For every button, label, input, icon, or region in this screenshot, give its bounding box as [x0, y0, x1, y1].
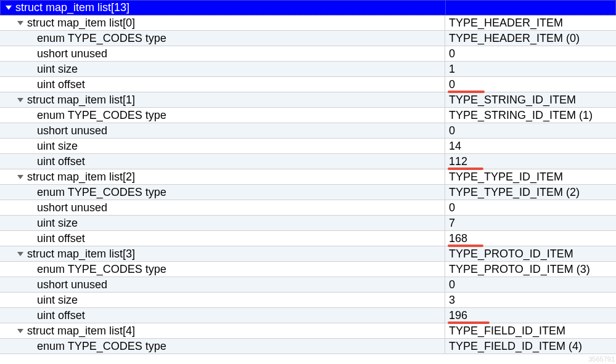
tree-row-label-cell: struct map_item list[4]: [0, 323, 445, 338]
tree-row-value: 1: [449, 63, 455, 76]
tree-row[interactable]: uint size7: [0, 216, 616, 231]
tree-row-value-cell: 0: [445, 46, 616, 61]
tree-row-value: 3: [449, 294, 455, 307]
tree-row[interactable]: uint offset168: [0, 231, 616, 246]
tree-row-label: uint offset: [37, 78, 85, 91]
tree-row-label-cell: ushort unused: [0, 200, 445, 215]
tree-row-value-cell: TYPE_PROTO_ID_ITEM (3): [445, 262, 616, 277]
tree-row[interactable]: enum TYPE_CODES typeTYPE_TYPE_ID_ITEM (2…: [0, 185, 616, 200]
tree-row-value: TYPE_PROTO_ID_ITEM (3): [449, 263, 590, 276]
tree-row-label-cell: struct map_item list[0]: [0, 15, 445, 30]
tree-row[interactable]: enum TYPE_CODES typeTYPE_HEADER_ITEM (0): [0, 31, 616, 46]
tree-row-value: TYPE_FIELD_ID_ITEM: [449, 325, 565, 338]
tree-body: struct map_item list[0]TYPE_HEADER_ITEMe…: [0, 15, 616, 354]
tree-row-label: enum TYPE_CODES type: [37, 340, 166, 353]
tree-row-label-cell: enum TYPE_CODES type: [0, 262, 445, 277]
tree-row-value: 0: [449, 278, 455, 291]
tree-row-value: 0: [449, 124, 455, 137]
tree-row-label-cell: uint offset: [0, 308, 445, 323]
tree-row-value-cell: 7: [445, 216, 616, 230]
expand-icon[interactable]: [17, 252, 23, 256]
tree-row[interactable]: uint offset196: [0, 308, 616, 323]
tree-row[interactable]: struct map_item list[1]TYPE_STRING_ID_IT…: [0, 92, 616, 108]
tree-row-value: 7: [449, 217, 455, 230]
tree-row[interactable]: ushort unused0: [0, 200, 616, 216]
tree-row-label-cell: struct map_item list[1]: [0, 92, 445, 107]
tree-row-value-cell: TYPE_FIELD_ID_ITEM (4): [445, 339, 616, 354]
expand-icon[interactable]: [17, 175, 23, 179]
tree-header-row[interactable]: struct map_item list[13]: [0, 0, 616, 15]
tree-row[interactable]: ushort unused0: [0, 277, 616, 293]
highlight-underline: [448, 245, 483, 247]
tree-row-value-cell: 168: [445, 231, 616, 246]
tree-row-value-cell: TYPE_HEADER_ITEM: [445, 15, 616, 30]
tree-row-value-cell: 0: [445, 277, 616, 292]
tree-row-value-cell: 3: [445, 293, 616, 307]
tree-row-label: enum TYPE_CODES type: [37, 109, 166, 122]
highlight-underline: [448, 322, 490, 324]
tree-row-label-cell: enum TYPE_CODES type: [0, 339, 445, 354]
expand-icon[interactable]: [17, 98, 23, 102]
tree-row-label-cell: enum TYPE_CODES type: [0, 108, 445, 123]
tree-row-label: uint offset: [37, 155, 85, 168]
tree-row-value-cell: 196: [445, 308, 616, 323]
tree-row-value: 168: [449, 232, 467, 245]
tree-row[interactable]: enum TYPE_CODES typeTYPE_FIELD_ID_ITEM (…: [0, 339, 616, 354]
tree-row-value: TYPE_PROTO_ID_ITEM: [449, 248, 573, 261]
tree-row[interactable]: uint size1: [0, 62, 616, 77]
tree-row-label-cell: struct map_item list[2]: [0, 169, 445, 184]
expand-icon[interactable]: [17, 329, 23, 333]
tree-row-value: 112: [449, 155, 467, 168]
highlight-underline: [448, 91, 485, 93]
struct-tree-table: struct map_item list[13] struct map_item…: [0, 0, 616, 354]
tree-row-label-cell: ushort unused: [0, 123, 445, 138]
tree-row[interactable]: struct map_item list[0]TYPE_HEADER_ITEM: [0, 15, 616, 31]
tree-row-label: uint offset: [37, 232, 85, 245]
tree-row[interactable]: enum TYPE_CODES typeTYPE_STRING_ID_ITEM …: [0, 108, 616, 123]
tree-row-label: uint size: [37, 217, 78, 230]
tree-row-label-cell: uint size: [0, 216, 445, 230]
tree-row-value: TYPE_STRING_ID_ITEM: [449, 94, 576, 107]
tree-row[interactable]: uint size3: [0, 293, 616, 308]
tree-row-label-cell: uint offset: [0, 231, 445, 246]
tree-row-label: struct map_item list[0]: [27, 17, 135, 30]
tree-row[interactable]: struct map_item list[3]TYPE_PROTO_ID_ITE…: [0, 246, 616, 262]
tree-row-value-cell: 1: [445, 62, 616, 76]
tree-row-label: enum TYPE_CODES type: [37, 186, 166, 199]
tree-row-label: struct map_item list[3]: [27, 248, 135, 261]
tree-row[interactable]: enum TYPE_CODES typeTYPE_PROTO_ID_ITEM (…: [0, 262, 616, 277]
tree-row[interactable]: uint offset0: [0, 77, 616, 92]
tree-header-label-cell: struct map_item list[13]: [1, 1, 446, 15]
tree-row[interactable]: ushort unused0: [0, 46, 616, 62]
tree-row-value: TYPE_STRING_ID_ITEM (1): [449, 109, 593, 122]
tree-row[interactable]: uint offset112: [0, 154, 616, 169]
expand-icon[interactable]: [6, 6, 12, 10]
tree-row-value: TYPE_HEADER_ITEM (0): [449, 32, 580, 45]
tree-row-label: uint offset: [37, 309, 85, 322]
tree-row-label: uint size: [37, 294, 78, 307]
tree-row-label: ushort unused: [37, 124, 107, 137]
tree-row-label: struct map_item list[4]: [27, 325, 135, 338]
tree-row-label: struct map_item list[1]: [27, 94, 135, 107]
tree-row-label-cell: uint offset: [0, 77, 445, 92]
tree-row-value: 0: [449, 201, 455, 214]
tree-row[interactable]: uint size14: [0, 139, 616, 154]
expand-icon[interactable]: [17, 21, 23, 25]
tree-row-value-cell: 0: [445, 123, 616, 138]
tree-row-value-cell: TYPE_STRING_ID_ITEM (1): [445, 108, 616, 123]
tree-row-label: ushort unused: [37, 201, 107, 214]
tree-row[interactable]: struct map_item list[4]TYPE_FIELD_ID_ITE…: [0, 323, 616, 339]
tree-row-value-cell: TYPE_PROTO_ID_ITEM: [445, 246, 616, 261]
tree-row-label-cell: uint offset: [0, 154, 445, 169]
tree-header-label: struct map_item list[13]: [15, 1, 129, 14]
highlight-underline: [448, 168, 483, 170]
tree-row-label: struct map_item list[2]: [27, 171, 135, 184]
tree-row-label: uint size: [37, 140, 78, 153]
tree-row-value: 14: [449, 140, 461, 153]
tree-row-label-cell: enum TYPE_CODES type: [0, 185, 445, 200]
tree-row[interactable]: struct map_item list[2]TYPE_TYPE_ID_ITEM: [0, 169, 616, 185]
tree-row[interactable]: ushort unused0: [0, 123, 616, 139]
tree-row-value-cell: TYPE_STRING_ID_ITEM: [445, 92, 616, 107]
tree-row-value: TYPE_TYPE_ID_ITEM (2): [449, 186, 580, 199]
tree-row-label: uint size: [37, 63, 78, 76]
